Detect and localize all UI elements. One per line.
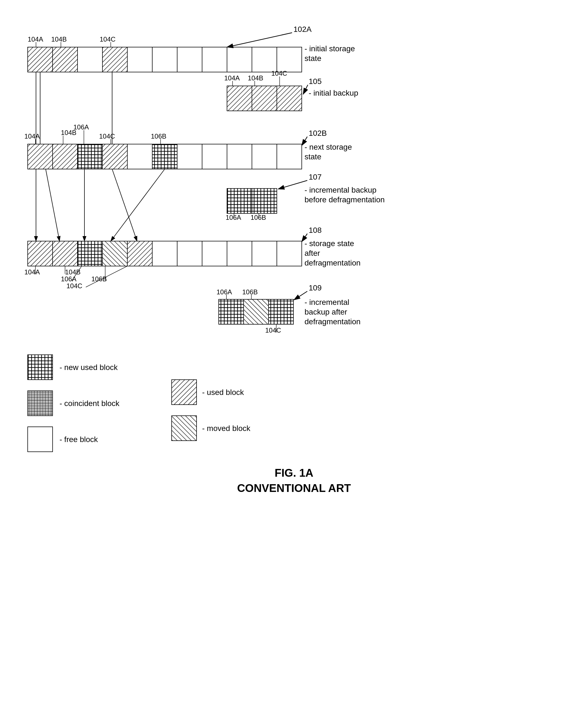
label-109-num: 109 [309, 283, 322, 292]
block-104b-bkp1 [252, 86, 277, 111]
lbl-104c-r1: 104C [100, 35, 115, 43]
lbl-104b-bkp1: 104B [248, 74, 263, 82]
arrow-102a [227, 33, 292, 47]
label-storage-after-1: - storage state [304, 239, 354, 248]
lbl-104a-r1: 104A [28, 35, 43, 43]
block-106b-row3 [152, 144, 177, 169]
label-initial-backup: - initial backup [309, 89, 358, 97]
lbl-104a-bkp1: 104A [224, 74, 240, 82]
arrow-107 [278, 180, 307, 189]
block-free-row5-10 [277, 241, 302, 266]
block-104a-row5 [28, 241, 52, 266]
block-106a-bkp2 [227, 189, 252, 213]
lbl-104a-r3: 104A [24, 132, 40, 140]
lbl-104c-r3: 104C [99, 132, 115, 140]
lbl-104b-r1: 104B [51, 35, 67, 43]
label-initial-storage: - initial storage [304, 44, 355, 53]
block-free-row3-9 [252, 144, 277, 169]
figure-subtitle: CONVENTIONAL ART [237, 482, 351, 494]
legend-label-moved: - moved block [202, 424, 251, 433]
block-free-row3-10 [277, 144, 302, 169]
lbl-106a-r3: 106A [73, 123, 89, 131]
block-104c-row5 [127, 241, 152, 266]
lbl-106b-bkp3: 106B [242, 288, 258, 296]
line-106b-3to5 [111, 169, 165, 241]
block-free-row1-4 [127, 47, 152, 72]
block-free-row5-9 [252, 241, 277, 266]
legend-label-used: - used block [202, 388, 244, 397]
block-free-row5-7 [202, 241, 227, 266]
legend-coincident [28, 391, 52, 416]
block-104a-bkp1 [227, 86, 252, 111]
lbl-106a-bkp2: 106A [226, 214, 241, 221]
block-free-row1-8 [227, 47, 252, 72]
block-free-row1-9 [252, 47, 277, 72]
diagram: 102A - initial storage state 104A 104B 1… [0, 0, 588, 707]
legend-used [172, 380, 196, 405]
block-free-row1-5 [152, 47, 177, 72]
block-104a-row1 [28, 47, 52, 72]
label-next-storage-2: state [304, 153, 321, 161]
label-next-storage: - next storage [304, 143, 352, 151]
lbl-104c-r5: 104C [67, 282, 82, 290]
legend-new-used [28, 355, 52, 380]
block-106a-bkp3 [219, 299, 244, 324]
line-104c-3to5 [112, 169, 137, 241]
lbl-106b-r5: 106B [91, 275, 107, 283]
label-102b-num: 102B [309, 129, 327, 137]
lbl-104c-bkp1: 104C [271, 70, 287, 77]
lbl-104a-r5: 104A [24, 268, 40, 276]
block-104c-bkp1 [277, 86, 302, 111]
block-free-row1-10 [277, 47, 302, 72]
block-free-row3-6 [177, 144, 202, 169]
lbl-104b-r5: 104B [65, 268, 80, 276]
lbl-106a-r5: 106A [61, 275, 76, 283]
block-104c-row3 [103, 144, 127, 169]
block-free-row3-4 [127, 144, 152, 169]
label-102a: 102A [293, 25, 312, 34]
label-108-num: 108 [309, 226, 322, 234]
block-free-row3-8 [227, 144, 252, 169]
block-106b-bkp3 [244, 299, 268, 324]
label-incr-bkp-after-3: defragmentation [304, 317, 361, 326]
block-free-row5-5 [152, 241, 177, 266]
label-initial-storage-2: state [304, 54, 321, 63]
block-106a-row5 [77, 241, 103, 266]
block-free-row1-6 [177, 47, 202, 72]
lbl-104c-bkp3: 104C [265, 327, 281, 334]
label-incr-bkp-after-1: - incremental [304, 298, 350, 306]
block-106b-row5 [103, 241, 127, 266]
label-storage-after-3: defragmentation [304, 259, 361, 267]
line-104b-3to5 [46, 169, 60, 241]
legend-moved [172, 416, 196, 441]
label-incr-bkp-2: before defragmentation [304, 195, 385, 204]
figure-label: FIG. 1A [274, 467, 314, 479]
block-104c-bkp3 [268, 299, 293, 324]
block-free-row3-7 [202, 144, 227, 169]
label-incr-bkp-1: - incremental backup [304, 186, 376, 194]
arrow-105 [303, 85, 308, 94]
block-104a-row3 [28, 144, 52, 169]
legend-free [28, 427, 52, 452]
label-107-num: 107 [309, 173, 322, 181]
legend-label-free: - free block [60, 435, 98, 444]
block-104b-row5 [52, 241, 77, 266]
legend-label-coincident: - coincident block [60, 399, 120, 408]
lbl-106b-r3: 106B [151, 132, 167, 140]
block-104b-row3 [52, 144, 77, 169]
label-storage-after-2: after [304, 249, 320, 258]
block-104c-row1 [103, 47, 127, 72]
legend-label-new-used: - new used block [60, 363, 118, 372]
lbl-106b-bkp2: 106B [251, 214, 266, 221]
block-free-row5-6 [177, 241, 202, 266]
block-free-row1-7 [202, 47, 227, 72]
lbl-106a-bkp3: 106A [217, 288, 232, 296]
label-105-num: 105 [309, 77, 322, 86]
block-free-row5-8 [227, 241, 252, 266]
block-106a-row3 [77, 144, 103, 169]
block-104b-row1 [52, 47, 77, 72]
label-incr-bkp-after-2: backup after [304, 308, 347, 316]
block-free-row1-2 [77, 47, 103, 72]
block-106b-bkp2 [252, 189, 277, 213]
